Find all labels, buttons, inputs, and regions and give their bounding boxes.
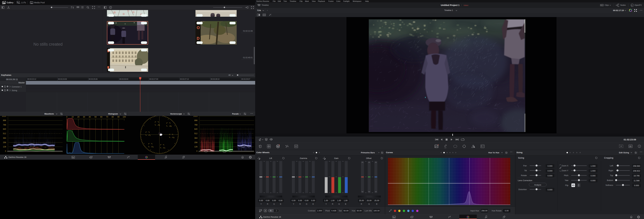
svg-text:20: 20 bbox=[77, 116, 80, 118]
svg-text:70: 70 bbox=[106, 116, 108, 118]
svg-text:90: 90 bbox=[118, 116, 120, 118]
svg-text:30: 30 bbox=[83, 116, 85, 118]
svg-text:640: 640 bbox=[3, 128, 6, 130]
svg-text:896: 896 bbox=[194, 119, 198, 122]
svg-text:40: 40 bbox=[89, 116, 91, 118]
svg-text:0: 0 bbox=[66, 116, 68, 118]
svg-text:G: G bbox=[152, 146, 154, 148]
svg-text:80: 80 bbox=[112, 116, 114, 118]
svg-text:256: 256 bbox=[194, 141, 198, 144]
svg-text:0: 0 bbox=[5, 150, 6, 152]
svg-text:3D: 3D bbox=[629, 145, 632, 147]
svg-text:0: 0 bbox=[196, 150, 198, 152]
svg-text:10: 10 bbox=[72, 116, 74, 118]
svg-text:128: 128 bbox=[194, 146, 198, 148]
svg-text:A: A bbox=[265, 210, 266, 212]
svg-text:B: B bbox=[173, 137, 174, 139]
svg-text:512: 512 bbox=[3, 132, 6, 135]
svg-text:896: 896 bbox=[3, 119, 6, 122]
svg-text:1023: 1023 bbox=[2, 116, 6, 117]
svg-text:256: 256 bbox=[3, 141, 6, 144]
svg-text:50: 50 bbox=[94, 116, 96, 118]
svg-text:384: 384 bbox=[194, 137, 198, 139]
svg-text:512: 512 bbox=[194, 132, 198, 135]
svg-text:M: M bbox=[170, 125, 172, 127]
svg-text:768: 768 bbox=[194, 124, 198, 126]
svg-text:R: R bbox=[159, 124, 160, 126]
svg-text:128: 128 bbox=[3, 146, 6, 148]
svg-text:fx: fx bbox=[632, 5, 633, 6]
svg-text:60: 60 bbox=[100, 116, 102, 118]
svg-text:384: 384 bbox=[3, 137, 6, 139]
svg-text:100: 100 bbox=[123, 116, 126, 118]
svg-text:768: 768 bbox=[3, 124, 6, 126]
svg-text:Y: Y bbox=[150, 135, 151, 136]
svg-text:D: D bbox=[197, 36, 200, 41]
svg-text:640: 640 bbox=[194, 128, 198, 130]
svg-text:1023: 1023 bbox=[193, 116, 198, 117]
svg-text:O: O bbox=[197, 25, 200, 30]
svg-text:C: C bbox=[164, 147, 166, 149]
